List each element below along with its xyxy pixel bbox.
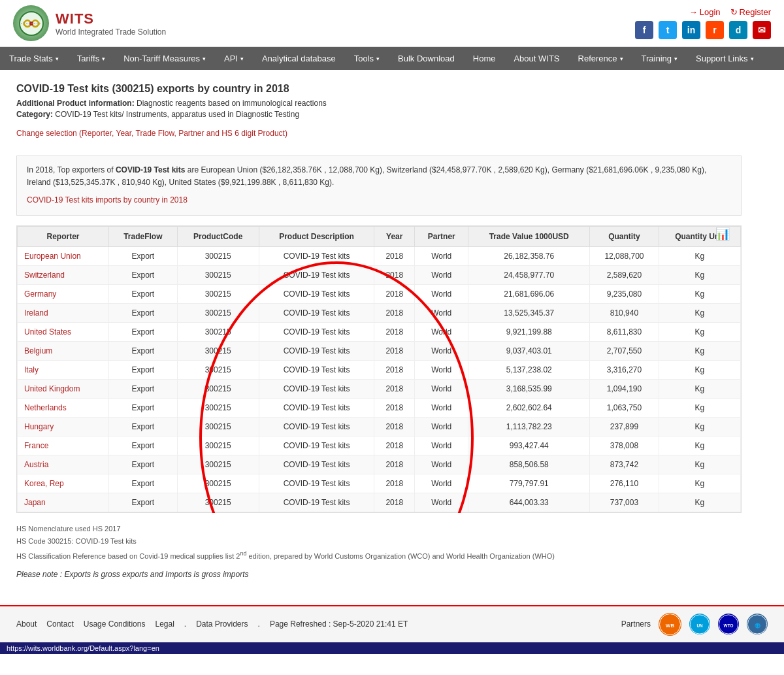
cell-quantity: 737,003 <box>590 493 659 512</box>
footer-legal-link[interactable]: Legal <box>155 619 174 629</box>
nav-tariffs[interactable]: Tariffs ▾ <box>68 47 114 70</box>
nav-reference[interactable]: Reference ▾ <box>569 47 632 70</box>
table-body: European Union Export 300215 COVID-19 Te… <box>18 246 741 512</box>
reporter-link[interactable]: France <box>24 441 48 450</box>
nav-bulk-download[interactable]: Bulk Download <box>389 47 464 70</box>
footer-contact-link[interactable]: Contact <box>46 619 73 629</box>
reporter-link[interactable]: Ireland <box>24 308 48 318</box>
cell-partner: World <box>415 417 468 436</box>
table-row: Netherlands Export 300215 COVID-19 Test … <box>18 398 741 417</box>
nav-about-wits[interactable]: About WITS <box>504 47 568 70</box>
nav-training[interactable]: Training ▾ <box>632 47 687 70</box>
facebook-icon[interactable]: f <box>635 21 653 39</box>
logo-subtitle: World Integrated Trade Solution <box>56 27 166 37</box>
svg-text:WB: WB <box>666 623 675 629</box>
reporter-link[interactable]: Korea, Rep <box>24 479 64 488</box>
cell-productcode: 300215 <box>177 246 259 265</box>
footer-usage-link[interactable]: Usage Conditions <box>84 619 146 629</box>
cell-tradeflow: Export <box>109 455 177 474</box>
cell-productcode: 300215 <box>177 303 259 322</box>
cell-reporter: France <box>18 436 109 455</box>
reporter-link[interactable]: Italy <box>24 365 39 374</box>
footnote-line3: HS Classification Reference based on Cov… <box>16 548 742 563</box>
cell-partner: World <box>415 436 468 455</box>
reporter-link[interactable]: Belgium <box>24 346 52 355</box>
partner-logo-un: UN <box>689 614 710 634</box>
cell-description: COVID-19 Test kits <box>259 474 374 493</box>
cell-quantity: 2,707,550 <box>590 341 659 360</box>
cell-quantity: 378,008 <box>590 436 659 455</box>
table-row: France Export 300215 COVID-19 Test kits … <box>18 436 741 455</box>
cell-reporter: United Kingdom <box>18 379 109 398</box>
cell-partner: World <box>415 265 468 284</box>
cell-tradeflow: Export <box>109 360 177 379</box>
email-icon[interactable]: ✉ <box>753 21 771 39</box>
cell-year: 2018 <box>374 341 415 360</box>
cell-unit: Kg <box>659 303 740 322</box>
cell-partner: World <box>415 360 468 379</box>
nav-api[interactable]: API ▾ <box>215 47 253 70</box>
category-label: Category: <box>16 110 53 119</box>
tools-arrow-icon: ▾ <box>376 56 380 62</box>
reporter-link[interactable]: United Kingdom <box>24 384 80 393</box>
login-arrow-icon: → <box>689 7 698 17</box>
nav-trade-stats[interactable]: Trade Stats ▾ <box>0 47 68 70</box>
twitter-icon[interactable]: t <box>659 21 677 39</box>
svg-text:WTO: WTO <box>724 623 734 627</box>
reporter-link[interactable]: Austria <box>24 460 48 469</box>
cell-description: COVID-19 Test kits <box>259 303 374 322</box>
header-row: Reporter TradeFlow ProductCode Product D… <box>18 226 741 246</box>
cell-productcode: 300215 <box>177 493 259 512</box>
reporter-link[interactable]: European Union <box>24 252 81 261</box>
reddit-icon[interactable]: r <box>706 21 724 39</box>
nav-support-links[interactable]: Support Links ▾ <box>687 47 763 70</box>
cell-reporter: Belgium <box>18 341 109 360</box>
cell-description: COVID-19 Test kits <box>259 436 374 455</box>
reporter-link[interactable]: United States <box>24 327 71 337</box>
reporter-link[interactable]: Japan <box>24 498 46 507</box>
cell-unit: Kg <box>659 360 740 379</box>
social-icons-area: f t in r d ✉ <box>635 21 771 39</box>
cell-tradeflow: Export <box>109 284 177 303</box>
register-icon: ↻ <box>730 7 738 17</box>
table-wrapper: 📊 Reporter TradeFlow ProductCode Product… <box>16 225 742 513</box>
cell-description: COVID-19 Test kits <box>259 265 374 284</box>
cell-tradeflow: Export <box>109 341 177 360</box>
cell-trade-value: 9,921,199.88 <box>468 322 590 341</box>
cell-unit: Kg <box>659 474 740 493</box>
cell-trade-value: 1,113,782.23 <box>468 417 590 436</box>
nav-non-tariff[interactable]: Non-Tariff Measures ▾ <box>114 47 215 70</box>
nav-analytical[interactable]: Analytical database <box>253 47 345 70</box>
footer-data-providers-link[interactable]: Data Providers <box>196 619 248 629</box>
reporter-link[interactable]: Netherlands <box>24 403 67 412</box>
reporter-link[interactable]: Hungary <box>24 422 54 431</box>
register-link[interactable]: ↻ Register <box>730 7 771 17</box>
cell-productcode: 300215 <box>177 436 259 455</box>
cell-year: 2018 <box>374 379 415 398</box>
footer-about-link[interactable]: About <box>16 619 37 629</box>
cell-trade-value: 3,168,535.99 <box>468 379 590 398</box>
cell-productcode: 300215 <box>177 455 259 474</box>
trade-data-table: Reporter TradeFlow ProductCode Product D… <box>17 226 741 512</box>
change-selection-link[interactable]: Change selection (Reporter, Year, Trade … <box>16 129 287 138</box>
excel-export-icon[interactable]: 📊 <box>715 227 730 241</box>
cell-reporter: European Union <box>18 246 109 265</box>
footer-refresh: Page Refreshed : Sep-5-2020 21:41 ET <box>270 619 408 629</box>
trade-stats-arrow-icon: ▾ <box>56 56 59 62</box>
import-link[interactable]: COVID-19 Test kits imports by country in… <box>27 194 731 206</box>
linkedin-icon[interactable]: in <box>682 21 700 39</box>
cell-unit: Kg <box>659 436 740 455</box>
cell-trade-value: 21,681,696.06 <box>468 284 590 303</box>
footnote-line2: HS Code 300215: COVID-19 Test kits <box>16 535 742 548</box>
login-link[interactable]: → Login <box>689 7 721 17</box>
table-scroll-container[interactable]: Reporter TradeFlow ProductCode Product D… <box>16 225 742 513</box>
nav-tools[interactable]: Tools ▾ <box>345 47 389 70</box>
col-partner: Partner <box>415 226 468 246</box>
reporter-link[interactable]: Germany <box>24 289 56 299</box>
cell-tradeflow: Export <box>109 436 177 455</box>
cell-partner: World <box>415 246 468 265</box>
reporter-link[interactable]: Switzerland <box>24 271 65 280</box>
nav-home[interactable]: Home <box>464 47 505 70</box>
delicious-icon[interactable]: d <box>729 21 747 39</box>
cell-quantity: 1,094,190 <box>590 379 659 398</box>
